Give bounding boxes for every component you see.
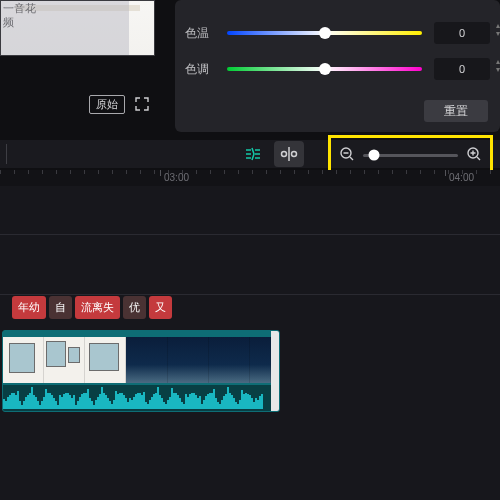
preview-thumbnail[interactable]: 一音花 频 — [0, 0, 155, 56]
caption-tag[interactable]: 流离失 — [75, 296, 120, 319]
tint-value-input[interactable]: 0 ▴ ▾ — [434, 58, 490, 80]
timeline-ruler[interactable]: 03:00 04:00 — [0, 170, 500, 186]
temp-step-down-icon[interactable]: ▾ — [496, 30, 500, 38]
color-tint-row: 色调 0 ▴ ▾ — [185, 56, 490, 82]
reset-button[interactable]: 重置 — [424, 100, 488, 122]
svg-point-0 — [282, 152, 287, 157]
zoom-in-icon[interactable] — [466, 146, 482, 165]
svg-point-1 — [292, 152, 297, 157]
timeline-zoom-group — [328, 135, 493, 175]
tint-step-down-icon[interactable]: ▾ — [496, 66, 500, 74]
clip-waveform — [3, 385, 271, 411]
zoom-out-icon[interactable] — [339, 146, 355, 165]
temp-label: 色温 — [185, 25, 215, 42]
clip-thumbnails — [3, 337, 271, 383]
caption-tag[interactable]: 又 — [149, 296, 172, 319]
temp-slider[interactable] — [227, 31, 422, 35]
zoom-slider-knob[interactable] — [369, 150, 380, 161]
color-adjust-panel: 色温 0 ▴ ▾ 色调 0 ▴ ▾ 重置 — [175, 0, 500, 132]
original-button[interactable]: 原始 — [89, 95, 125, 114]
temp-value-input[interactable]: 0 ▴ ▾ — [434, 22, 490, 44]
align-tool-icon[interactable] — [238, 141, 268, 167]
split-tool-icon[interactable] — [274, 141, 304, 167]
expand-icon[interactable] — [135, 97, 149, 111]
tint-label: 色调 — [185, 61, 215, 78]
caption-tag[interactable]: 自 — [49, 296, 72, 319]
caption-tags: 年幼 自 流离失 优 又 — [12, 296, 172, 319]
video-clip[interactable] — [2, 330, 280, 412]
color-temperature-row: 色温 0 ▴ ▾ — [185, 20, 490, 46]
tint-slider[interactable] — [227, 67, 422, 71]
zoom-slider[interactable] — [363, 154, 458, 157]
caption-tag[interactable]: 年幼 — [12, 296, 46, 319]
preview-overlay-text: 一音花 频 — [3, 1, 36, 29]
clip-handle-right[interactable] — [271, 331, 279, 411]
caption-tag[interactable]: 优 — [123, 296, 146, 319]
